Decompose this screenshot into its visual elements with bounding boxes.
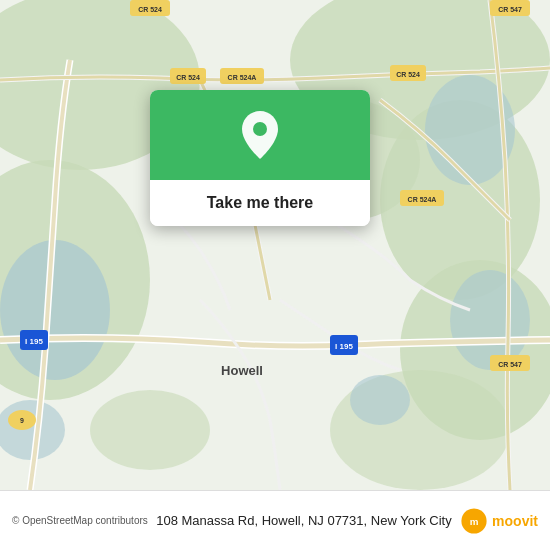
popup-header [150,90,370,180]
location-popup: Take me there [150,90,370,226]
svg-text:Howell: Howell [221,363,263,378]
moovit-icon: m [460,507,488,535]
svg-text:CR 547: CR 547 [498,361,522,368]
osm-copyright: © OpenStreetMap contributors [12,515,148,526]
map-container: I 195 I 195 9 CR 524 CR 524 CR 524 CR 54… [0,0,550,490]
svg-text:CR 524: CR 524 [138,6,162,13]
svg-text:CR 524A: CR 524A [228,74,257,81]
svg-point-7 [90,390,210,470]
svg-text:CR 524: CR 524 [396,71,420,78]
svg-text:I 195: I 195 [25,337,43,346]
bottom-bar: © OpenStreetMap contributors 108 Manassa… [0,490,550,550]
svg-text:9: 9 [20,417,24,424]
svg-point-9 [0,240,110,380]
svg-text:CR 524A: CR 524A [408,196,437,203]
svg-text:CR 547: CR 547 [498,6,522,13]
svg-point-35 [253,122,267,136]
take-me-there-button[interactable]: Take me there [150,180,370,226]
svg-text:m: m [470,516,479,527]
map-background: I 195 I 195 9 CR 524 CR 524 CR 524 CR 54… [0,0,550,490]
moovit-label: moovit [492,513,538,529]
svg-text:CR 524: CR 524 [176,74,200,81]
svg-text:I 195: I 195 [335,342,353,351]
location-pin-icon [240,109,280,161]
svg-point-13 [350,375,410,425]
address-text: 108 Manassa Rd, Howell, NJ 07731, New Yo… [156,513,452,528]
moovit-logo: m moovit [460,507,538,535]
